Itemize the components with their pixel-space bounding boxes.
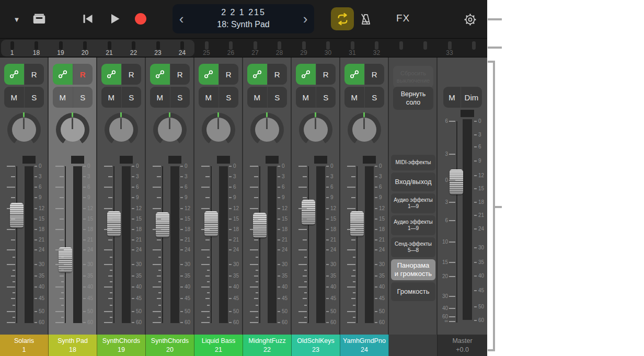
pan-knob[interactable] [299, 113, 332, 146]
pan-knob[interactable] [250, 113, 284, 146]
record-enable-button[interactable]: R [170, 64, 190, 85]
panel-section-button[interactable]: Аудио эффекты1—9 [391, 193, 435, 213]
fader-scale-tick [347, 229, 355, 230]
disclosure-button[interactable]: ▼ [12, 15, 22, 24]
automation-button[interactable] [247, 64, 267, 85]
solo-button[interactable]: S [24, 87, 44, 108]
mute-button[interactable]: M [296, 87, 316, 108]
track-name-cell[interactable]: Synth Pad18 [49, 335, 97, 356]
metronome-button[interactable] [359, 12, 373, 27]
settings-button[interactable] [462, 12, 478, 27]
mixer: R M S 03691215182124303540455060 [0, 58, 487, 335]
solo-button[interactable]: S [364, 87, 385, 108]
solo-button[interactable]: S [267, 87, 288, 108]
ruler-tick [254, 41, 257, 50]
master-fader-scale-label: 0 [438, 177, 448, 183]
track-name-cell[interactable]: SynthChords20 [146, 335, 194, 356]
record-enable-button[interactable]: R [73, 64, 93, 85]
mute-button[interactable]: M [4, 87, 24, 108]
fx-button[interactable]: FX [396, 13, 410, 24]
ruler-tick-label: 27 [251, 49, 258, 56]
track-name-cell[interactable]: Solaris1 [0, 335, 49, 356]
record-enable-button[interactable]: R [267, 64, 288, 85]
master-mute-button[interactable]: M [443, 87, 461, 108]
automation-button[interactable] [296, 64, 316, 85]
volume-fader[interactable] [10, 203, 24, 228]
automation-button[interactable] [4, 64, 24, 85]
mute-button[interactable]: M [247, 87, 267, 108]
record-enable-button[interactable]: R [121, 64, 142, 85]
pan-knob[interactable] [56, 113, 89, 146]
record-enable-button[interactable]: R [364, 64, 385, 85]
fader-scale-minor-tick [304, 281, 307, 282]
mute-button[interactable]: M [101, 87, 121, 108]
cycle-button[interactable] [331, 7, 354, 30]
track-name-cell[interactable]: OldSchlKeys23 [292, 335, 340, 356]
fader-area: 03691215182124303540455060 [0, 154, 48, 335]
solo-button[interactable]: S [121, 87, 142, 108]
pan-center-tick [120, 112, 122, 117]
panel-section-button[interactable]: Вход/выход [391, 173, 435, 191]
library-button[interactable] [30, 12, 48, 26]
panel-section-button[interactable]: MIDI-эффекты [391, 155, 435, 170]
track-overview-ruler[interactable]: 118192021222324252627282930313233 [0, 38, 487, 58]
fader-scale-tick [55, 249, 64, 250]
volume-fader[interactable] [204, 211, 218, 236]
automation-button[interactable] [199, 64, 218, 85]
pan-knob[interactable] [153, 113, 187, 146]
db-scale-label: 15 [34, 216, 44, 222]
mute-button[interactable]: M [199, 87, 218, 108]
volume-fader[interactable] [302, 200, 315, 225]
volume-fader[interactable] [253, 213, 267, 238]
pan-knob[interactable] [7, 113, 41, 146]
automation-button[interactable] [53, 64, 73, 85]
automation-button[interactable] [150, 64, 170, 85]
record-enable-button[interactable]: R [24, 64, 44, 85]
callout-line-toolbar [488, 18, 502, 20]
volume-fader[interactable] [156, 212, 169, 237]
db-scale-label: 9 [229, 194, 236, 200]
track-name-cell[interactable]: YamhGrndPno24 [340, 335, 389, 356]
panel-section-button[interactable]: Громкость [391, 282, 435, 301]
master-fader-scale-label: 30 [438, 293, 448, 299]
fader-scale-tick [254, 298, 258, 299]
track-name-cell[interactable]: Liquid Bass21 [194, 335, 243, 356]
master-channel-strip: M Dim 63036101520304060∞0369121518212430… [438, 58, 487, 335]
solo-button[interactable]: S [73, 87, 93, 108]
master-fader-scale-tick [449, 242, 455, 243]
go-to-beginning-button[interactable] [82, 13, 94, 25]
volume-fader[interactable] [107, 211, 121, 236]
restore-solo-button[interactable]: Вернуть соло [393, 87, 433, 110]
pan-knob[interactable] [202, 113, 235, 146]
record-enable-button[interactable]: R [218, 64, 239, 85]
pan-knob[interactable] [105, 113, 138, 146]
panel-section-button[interactable]: Аудио эффекты1—9 [391, 215, 435, 235]
db-scale-label: 40 [375, 284, 385, 290]
solo-button[interactable]: S [170, 87, 190, 108]
pan-knob[interactable] [348, 113, 381, 146]
volume-fader[interactable] [59, 247, 72, 272]
dim-button[interactable]: Dim [461, 87, 482, 108]
lcd-display[interactable]: ‹ › 2 2 1 215 18: Synth Pad [172, 4, 314, 33]
automation-button[interactable] [344, 64, 364, 85]
panel-section-button[interactable]: Сенд-эффекты5—8 [391, 237, 435, 257]
record-enable-button[interactable]: R [316, 64, 336, 85]
track-name-cell[interactable]: SynthChords19 [97, 335, 146, 356]
automation-button[interactable] [101, 64, 121, 85]
fader-scale-tick [60, 275, 64, 277]
metronome-icon [359, 13, 373, 26]
record-button[interactable] [135, 13, 146, 25]
master-fader-scale-tick [449, 308, 455, 309]
solo-button[interactable]: S [316, 87, 336, 108]
mute-button[interactable]: M [344, 87, 364, 108]
mute-button[interactable]: M [53, 87, 73, 108]
volume-fader[interactable] [350, 211, 364, 236]
solo-button[interactable]: S [218, 87, 239, 108]
track-name-cell[interactable]: MidnghtFuzz22 [243, 335, 292, 356]
mute-button[interactable]: M [150, 87, 170, 108]
play-button[interactable] [109, 13, 121, 25]
master-volume-fader[interactable] [450, 169, 463, 194]
automation-record-group: R [101, 64, 141, 85]
panel-section-button[interactable]: Панорамаи громкость [391, 259, 435, 280]
master-level-meter [463, 119, 472, 320]
